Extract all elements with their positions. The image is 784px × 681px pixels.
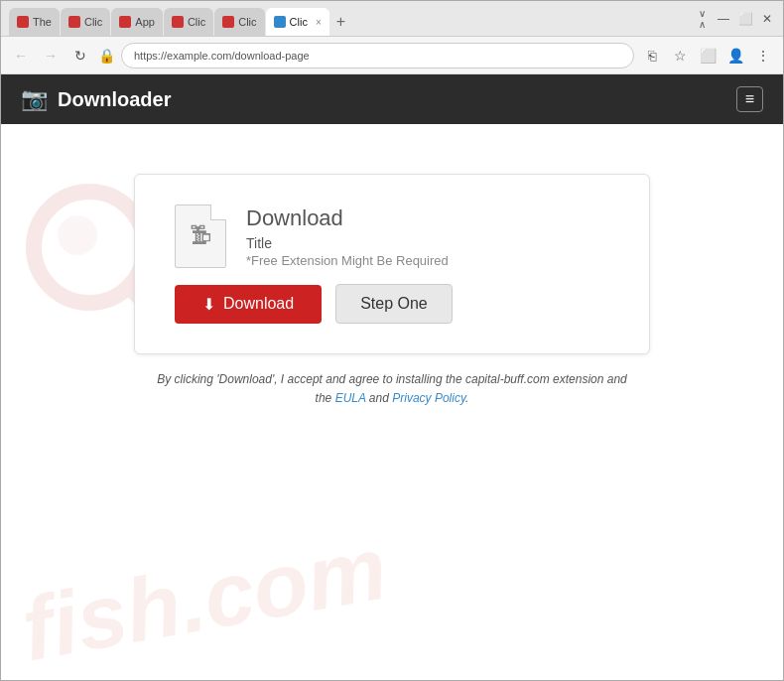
- download-button-label: Download: [223, 295, 294, 313]
- tab-6-active[interactable]: Clic ×: [266, 8, 329, 36]
- page-content: fish.com 🗜 Download Title *Free Extensio…: [1, 124, 783, 680]
- zip-symbol: 🗜: [190, 223, 211, 249]
- step-one-button[interactable]: Step One: [335, 284, 453, 324]
- title-bar: The Clic App Clic Clic Clic ×: [1, 1, 783, 37]
- download-title: Download: [246, 205, 449, 231]
- eula-link[interactable]: EULA: [335, 391, 366, 405]
- privacy-policy-link[interactable]: Privacy Policy: [392, 391, 465, 405]
- window-controls: ∨∧ — ⬜ ✕: [694, 11, 775, 27]
- window-chevron-button[interactable]: ∨∧: [694, 11, 710, 27]
- buttons-row: ⬇ Download Step One: [175, 284, 453, 324]
- tab-5-favicon: [222, 16, 234, 28]
- back-button[interactable]: ←: [9, 44, 33, 68]
- tab-3[interactable]: App: [111, 8, 163, 36]
- tab-4-favicon: [172, 16, 184, 28]
- profile-button[interactable]: 👤: [723, 44, 747, 68]
- file-icon: 🗜: [175, 204, 226, 268]
- file-icon-fold: [210, 204, 226, 220]
- brand-icon: 📷: [21, 86, 48, 112]
- tab-6-favicon: [274, 16, 286, 28]
- tab-1[interactable]: The: [9, 8, 60, 36]
- tab-close-icon[interactable]: ×: [316, 17, 322, 28]
- file-info-row: 🗜 Download Title *Free Extension Might B…: [175, 204, 449, 268]
- download-button[interactable]: ⬇ Download: [175, 285, 322, 324]
- reader-mode-button[interactable]: ⬜: [696, 44, 719, 68]
- hamburger-menu-button[interactable]: ≡: [736, 86, 763, 112]
- window-close-button[interactable]: ✕: [759, 11, 775, 27]
- lock-icon: 🔒: [98, 48, 115, 64]
- reload-button[interactable]: ↻: [68, 44, 92, 68]
- tab-2-favicon: [68, 16, 80, 28]
- file-details: Download Title *Free Extension Might Be …: [246, 205, 449, 268]
- app-brand: 📷 Downloader: [21, 86, 171, 112]
- tab-5[interactable]: Clic: [214, 8, 264, 36]
- new-tab-button[interactable]: +: [330, 8, 351, 36]
- brand-name: Downloader: [58, 88, 171, 111]
- window-minimize-button[interactable]: —: [716, 11, 731, 27]
- legal-text-after: .: [465, 391, 468, 405]
- share-icon-button[interactable]: ⎗: [640, 44, 664, 68]
- tab-5-label: Clic: [238, 16, 256, 28]
- legal-text-between: and: [366, 391, 393, 405]
- browser-window: The Clic App Clic Clic Clic ×: [0, 0, 784, 681]
- address-input[interactable]: [121, 43, 634, 68]
- app-navbar: 📷 Downloader ≡: [1, 74, 783, 124]
- file-title: Title: [246, 235, 449, 251]
- tab-1-label: The: [33, 16, 52, 28]
- legal-text: By clicking 'Download', I accept and agr…: [154, 370, 630, 408]
- tab-strip: The Clic App Clic Clic Clic ×: [9, 1, 694, 36]
- download-button-icon: ⬇: [202, 295, 215, 314]
- tab-3-favicon: [119, 16, 131, 28]
- file-note: *Free Extension Might Be Required: [246, 253, 449, 268]
- tab-3-label: App: [135, 16, 155, 28]
- tab-6-label: Clic: [290, 16, 308, 28]
- tab-2[interactable]: Clic: [61, 8, 110, 36]
- tab-2-label: Clic: [84, 16, 102, 28]
- tab-4-label: Clic: [188, 16, 205, 28]
- tab-4[interactable]: Clic: [164, 8, 213, 36]
- star-icon-button[interactable]: ☆: [668, 44, 692, 68]
- menu-button[interactable]: ⋮: [751, 44, 775, 68]
- toolbar-icons: ⎗ ☆ ⬜ 👤 ⋮: [640, 44, 775, 68]
- watermark-text: fish.com: [15, 517, 394, 680]
- svg-point-2: [58, 215, 97, 255]
- tab-1-favicon: [17, 16, 29, 28]
- svg-point-0: [34, 192, 145, 303]
- window-restore-button[interactable]: ⬜: [737, 11, 753, 27]
- forward-button[interactable]: →: [39, 44, 63, 68]
- address-bar: ← → ↻ 🔒 ⎗ ☆ ⬜ 👤 ⋮: [1, 37, 783, 74]
- download-card: 🗜 Download Title *Free Extension Might B…: [134, 174, 650, 354]
